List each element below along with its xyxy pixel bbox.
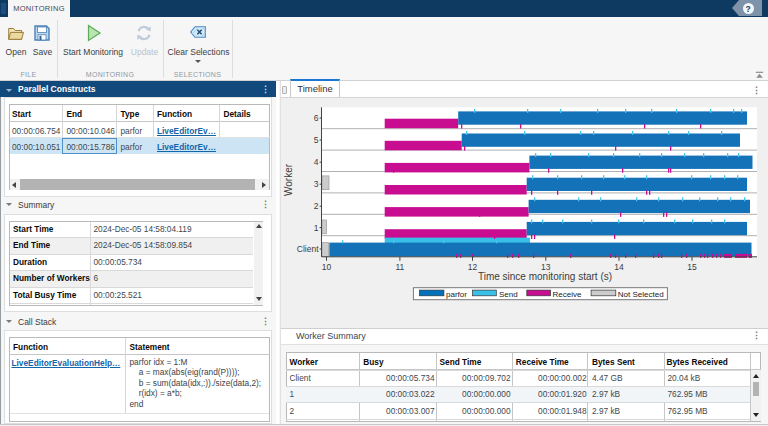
- svg-text:Send: Send: [499, 290, 518, 299]
- svg-text:10: 10: [322, 262, 332, 272]
- svg-text:12: 12: [468, 262, 478, 272]
- svg-text:Not Selected: Not Selected: [618, 290, 664, 299]
- svg-text:parfor: parfor: [446, 290, 467, 299]
- svg-text:Client: Client: [297, 244, 319, 254]
- svg-text:Worker: Worker: [283, 163, 294, 196]
- svg-text:Time since monitoring start (s: Time since monitoring start (s): [478, 271, 612, 282]
- svg-text:1: 1: [314, 223, 319, 233]
- svg-text:15: 15: [687, 262, 697, 272]
- svg-text:14: 14: [614, 262, 624, 272]
- svg-text:5: 5: [314, 135, 319, 145]
- svg-text:6: 6: [314, 113, 319, 123]
- svg-text:4: 4: [314, 157, 319, 167]
- svg-text:3: 3: [314, 179, 319, 189]
- svg-text:Receive: Receive: [553, 290, 582, 299]
- svg-text:11: 11: [395, 262, 404, 272]
- svg-text:2: 2: [314, 201, 319, 211]
